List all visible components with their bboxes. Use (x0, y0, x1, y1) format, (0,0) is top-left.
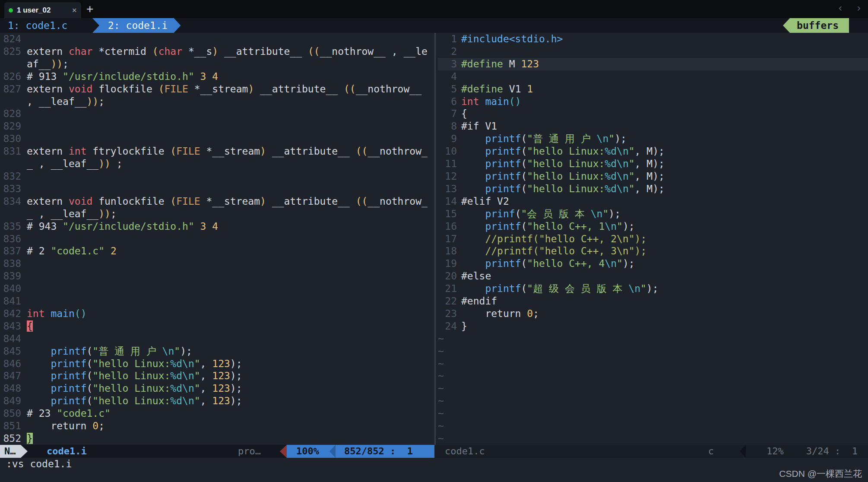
line-number: 840 (0, 282, 21, 295)
code-row[interactable]: 21 printf("超 级 会 员 版 本 \n"); (438, 282, 868, 295)
code-row[interactable]: 24} (438, 320, 868, 333)
editor-pane-code1i[interactable]: 824825extern char *ctermid (char *__s) _… (0, 33, 433, 445)
position-segment: 100% 852/852 : 1 (280, 445, 434, 458)
code-row[interactable]: _ , __leaf__)); (0, 208, 433, 220)
line-number: 836 (0, 233, 21, 245)
code-row[interactable]: 830 (0, 133, 433, 145)
code-row[interactable]: 9 printf("普 通 用 户 \n"); (438, 133, 868, 145)
code-token (461, 133, 485, 144)
code-row[interactable]: 841 (0, 295, 433, 308)
code-row[interactable]: ~ (438, 358, 868, 370)
code-row[interactable]: 844 (0, 333, 433, 345)
code-row[interactable]: ~ (438, 432, 868, 445)
code-row[interactable]: af__)); (0, 58, 433, 70)
code-row[interactable]: _ , __leaf__)) ; (0, 158, 433, 170)
code-row[interactable]: , __leaf__)); (0, 95, 433, 108)
code-token: ); (646, 283, 659, 294)
code-row[interactable]: 7{ (438, 108, 868, 120)
code-row[interactable]: 835# 943 "/usr/include/stdio.h" 3 4 (0, 220, 433, 233)
code-token: ); (230, 395, 242, 406)
code-row[interactable]: 6int main() (438, 95, 868, 108)
code-row[interactable]: 833 (0, 183, 433, 195)
code-row[interactable]: 848 printf("hello Linux:%d\n", 123); (0, 382, 433, 395)
code-token: "hello Linux: (92, 383, 170, 394)
code-token: ; (63, 58, 69, 70)
code-row[interactable]: 824 (0, 33, 433, 45)
close-tab-icon[interactable]: × (72, 6, 77, 14)
code-row[interactable]: 3#define M 123 (438, 58, 868, 70)
code-token: ); (615, 133, 627, 144)
code-token: "hello Linux: (92, 395, 170, 406)
code-token: %d\n (605, 158, 628, 169)
line-number: 832 (0, 170, 21, 183)
code-row[interactable]: 843{ (0, 320, 433, 333)
code-row[interactable]: ~ (438, 345, 868, 358)
code-row[interactable]: 8#if V1 (438, 120, 868, 133)
code-row[interactable]: ~ (438, 333, 868, 345)
code-row[interactable]: 829 (0, 120, 433, 133)
code-row[interactable]: ~ (438, 420, 868, 432)
code-row[interactable]: 831extern int ftrylockfile (FILE *__stre… (0, 145, 433, 158)
code-row[interactable]: 4 (438, 70, 868, 83)
code-token: #define (461, 58, 503, 70)
code-row[interactable]: 842int main() (0, 308, 433, 320)
code-row[interactable]: 1#include<stdio.h> (438, 33, 868, 45)
code-row[interactable]: 838 (0, 257, 433, 270)
code-row[interactable]: 2 (438, 45, 868, 58)
line-number: 845 (0, 345, 21, 358)
code-row[interactable]: 16 printf("hello C++, 1\n"); (438, 220, 868, 233)
code-row[interactable]: 23 return 0; (438, 308, 868, 320)
command-line-input[interactable]: :vs code1.i (6, 458, 72, 470)
code-token: #endif (461, 295, 497, 307)
code-row[interactable]: 850# 23 "code1.c" (0, 407, 433, 420)
code-token: *__s (182, 46, 212, 57)
terminal-tab[interactable]: 1 user_02 × (4, 2, 81, 18)
chevron-left-icon[interactable]: ‹ (837, 2, 843, 14)
code-row[interactable]: 849 printf("hello Linux:%d\n", 123); (0, 395, 433, 407)
code-row[interactable]: 14#elif V2 (438, 195, 868, 208)
code-row[interactable]: 825extern char *ctermid (char *__s) __at… (0, 45, 433, 58)
vertical-split-divider[interactable] (433, 33, 438, 445)
code-token: " (602, 208, 608, 219)
code-row[interactable]: 839 (0, 270, 433, 282)
code-row[interactable]: 18 //printf("hello C++, 3\n"); (438, 245, 868, 257)
inactive-scroll-percent: 12% (767, 445, 784, 458)
code-row[interactable]: 832 (0, 170, 433, 183)
code-row[interactable]: ~ (438, 382, 868, 395)
code-row[interactable]: 847 printf("hello Linux:%d\n", 123); (0, 370, 433, 382)
code-row[interactable]: 851 return 0; (0, 420, 433, 432)
code-token: printf (485, 283, 521, 294)
code-row[interactable]: ~ (438, 395, 868, 407)
code-row[interactable]: 837# 2 "code1.c" 2 (0, 245, 433, 257)
inactive-cursor-position: 3/24 : 1 (806, 445, 858, 458)
code-row[interactable]: 19 printf("hello C++, 4\n"); (438, 257, 868, 270)
code-row[interactable]: 13 printf("hello Linux:%d\n", M); (438, 183, 868, 195)
code-row[interactable]: 12 printf("hello Linux:%d\n", M); (438, 170, 868, 183)
new-tab-button[interactable]: + (86, 2, 93, 15)
buffer-tab-code1c[interactable]: 1: code1.c (8, 18, 67, 33)
chevron-right-icon[interactable]: › (856, 2, 862, 14)
code-row[interactable]: 852} (0, 432, 433, 445)
code-row[interactable]: 15 prinf("会 员 版 本 \n"); (438, 208, 868, 220)
code-row[interactable]: 840 (0, 282, 433, 295)
code-row[interactable]: 846 printf("hello Linux:%d\n", 123); (0, 358, 433, 370)
code-row[interactable]: ~ (438, 370, 868, 382)
code-row[interactable]: 11 printf("hello Linux:%d\n", M); (438, 158, 868, 170)
code-token: 2 (111, 245, 117, 257)
code-row[interactable]: 845 printf("普 通 用 户 \n"); (0, 345, 433, 358)
code-row[interactable]: 836 (0, 233, 433, 245)
code-token: __attribute__ (218, 46, 308, 57)
code-row[interactable]: 10 printf("hello Linux:%d\n", M); (438, 145, 868, 158)
code-row[interactable]: 828 (0, 108, 433, 120)
code-row[interactable]: 827extern void flockfile (FILE *__stream… (0, 83, 433, 95)
code-row[interactable]: 17 //printf("hello C++, 2\n"); (438, 233, 868, 245)
code-row[interactable]: 834extern void funlockfile (FILE *__stre… (0, 195, 433, 208)
code-row[interactable]: 22#endif (438, 295, 868, 308)
code-row[interactable]: 826# 913 "/usr/include/stdio.h" 3 4 (0, 70, 433, 83)
connection-status-icon (9, 8, 13, 13)
editor-pane-code1c[interactable]: 1#include<stdio.h>23#define M 12345#defi… (438, 33, 868, 445)
buffer-tab-code1i-active[interactable]: 2: code1.i (92, 18, 181, 33)
code-row[interactable]: 20#else (438, 270, 868, 282)
code-row[interactable]: 5#define V1 1 (438, 83, 868, 95)
code-row[interactable]: ~ (438, 407, 868, 420)
